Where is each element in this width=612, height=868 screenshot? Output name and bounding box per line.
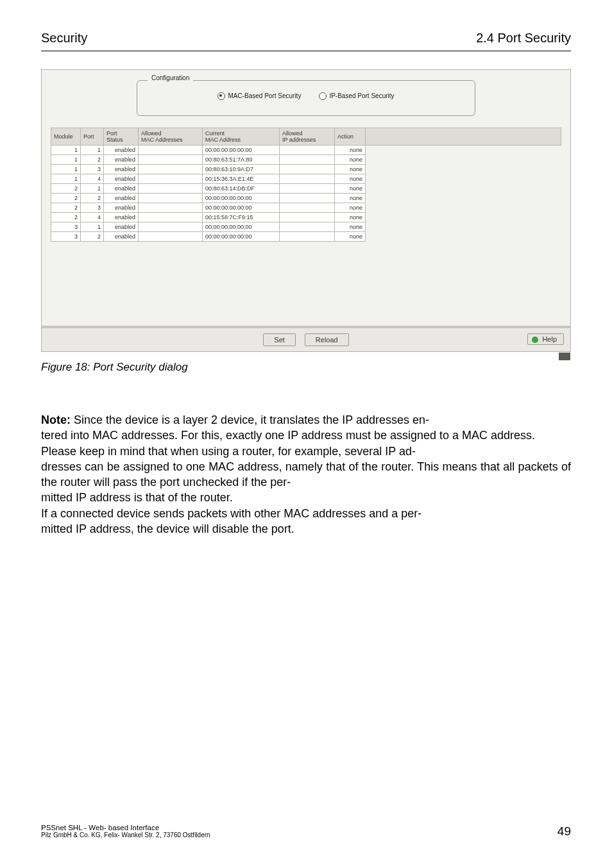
cell-allowed-mac <box>139 194 203 203</box>
cell-status: enabled <box>104 232 139 242</box>
cell-port: 2 <box>81 232 104 242</box>
cell-action: none <box>335 165 366 174</box>
cell-allowed-ip <box>280 155 335 165</box>
set-button[interactable]: Set <box>263 333 296 346</box>
table-row[interactable]: 14enabled00:15:36:3A:E1:4Enone <box>51 174 561 184</box>
table-row[interactable]: 21enabled00:80:63:14:DB:DFnone <box>51 184 561 194</box>
cell-port: 2 <box>81 194 104 203</box>
radio-ip-label: IP-Based Port Security <box>329 92 394 99</box>
port-table-wrap: Module Port Port Status Allowed MAC Addr… <box>51 128 561 242</box>
cell-spacer <box>366 222 561 232</box>
cell-allowed-mac <box>139 174 203 184</box>
cell-module: 1 <box>51 174 81 184</box>
cell-action: none <box>335 146 366 155</box>
cell-module: 1 <box>51 146 81 155</box>
cell-allowed-mac <box>139 213 203 222</box>
table-row[interactable]: 23enabled00:00:00:00:00:00none <box>51 203 561 213</box>
cell-current-mac: 00:00:00:00:00:00 <box>203 203 280 213</box>
port-security-dialog: Configuration MAC-Based Port Security IP… <box>41 69 571 326</box>
cell-spacer <box>366 146 561 155</box>
cell-status: enabled <box>104 184 139 194</box>
col-allowed-mac[interactable]: Allowed MAC Addresses <box>139 128 203 146</box>
cell-spacer <box>366 213 561 222</box>
cell-port: 1 <box>81 184 104 194</box>
header-rule <box>41 51 571 51</box>
table-row[interactable]: 22enabled00:00:00:00:00:00none <box>51 194 561 203</box>
col-spacer <box>366 128 561 146</box>
note-text: If a connected device sends packets with… <box>41 507 418 520</box>
radio-mac-based[interactable]: MAC-Based Port Security <box>217 92 301 100</box>
port-security-table: Module Port Port Status Allowed MAC Addr… <box>51 128 561 242</box>
cell-allowed-ip <box>280 174 335 184</box>
cell-current-mac: 00:00:00:00:00:00 <box>203 232 280 242</box>
cell-current-mac: 00:00:00:00:00:00 <box>203 194 280 203</box>
cell-allowed-mac <box>139 203 203 213</box>
table-row[interactable]: 32enabled00:00:00:00:00:00none <box>51 232 561 242</box>
dialog-button-bar: Set Reload Help <box>41 326 571 352</box>
cell-port: 1 <box>81 222 104 232</box>
table-row[interactable]: 12enabled00:80:63:51:7A:80none <box>51 155 561 165</box>
col-port[interactable]: Port <box>81 128 104 146</box>
cell-spacer <box>366 165 561 174</box>
cell-allowed-ip <box>280 146 335 155</box>
cell-status: enabled <box>104 203 139 213</box>
cell-port: 1 <box>81 146 104 155</box>
cell-allowed-ip <box>280 203 335 213</box>
cell-action: none <box>335 203 366 213</box>
cell-module: 2 <box>51 213 81 222</box>
help-button[interactable]: Help <box>527 333 564 345</box>
footer-line1: PSSnet SHL - Web- based Interface <box>41 824 210 831</box>
col-current-mac[interactable]: Current MAC Address <box>203 128 280 146</box>
col-port-status[interactable]: Port Status <box>104 128 139 146</box>
cell-action: none <box>335 232 366 242</box>
cell-spacer <box>366 155 561 165</box>
note-text: Please keep in mind that when using a ro… <box>41 445 412 458</box>
note-text: tered into MAC addresses. For this, exac… <box>41 429 535 442</box>
cell-action: none <box>335 213 366 222</box>
cell-allowed-ip <box>280 232 335 242</box>
table-row[interactable]: 11enabled00:00:00:00:00:00none <box>51 146 561 155</box>
page-footer: PSSnet SHL - Web- based Interface Pilz G… <box>41 824 571 839</box>
cell-module: 2 <box>51 184 81 194</box>
cell-action: none <box>335 194 366 203</box>
col-allowed-ip[interactable]: Allowed IP addresses <box>280 128 335 146</box>
configuration-legend: Configuration <box>148 74 193 81</box>
cell-allowed-ip <box>280 184 335 194</box>
cell-module: 2 <box>51 194 81 203</box>
col-module[interactable]: Module <box>51 128 81 146</box>
col-action[interactable]: Action <box>335 128 366 146</box>
cell-module: 1 <box>51 165 81 174</box>
radio-ip-based[interactable]: IP-Based Port Security <box>319 92 394 100</box>
table-row[interactable]: 24enabled00:15:58:7C:F9:15none <box>51 213 561 222</box>
note-label: Note: <box>41 413 71 426</box>
cell-allowed-mac <box>139 184 203 194</box>
cell-allowed-ip <box>280 213 335 222</box>
cell-status: enabled <box>104 155 139 165</box>
cell-current-mac: 00:00:00:00:00:00 <box>203 146 280 155</box>
table-row[interactable]: 31enabled00:00:00:00:00:00none <box>51 222 561 232</box>
cell-action: none <box>335 222 366 232</box>
cell-action: none <box>335 174 366 184</box>
cell-action: none <box>335 155 366 165</box>
cell-current-mac: 00:80:63:51:7A:80 <box>203 155 280 165</box>
note-text: mitted IP address is that of the router. <box>41 491 233 504</box>
cell-allowed-ip <box>280 194 335 203</box>
table-row[interactable]: 13enabled00:80:63:10:9A:D7none <box>51 165 561 174</box>
page-number: 49 <box>557 824 571 839</box>
cell-allowed-ip <box>280 165 335 174</box>
cell-port: 2 <box>81 155 104 165</box>
cell-allowed-mac <box>139 222 203 232</box>
cell-port: 3 <box>81 165 104 174</box>
cell-current-mac: 00:80:63:14:DB:DF <box>203 184 280 194</box>
cell-current-mac: 00:15:58:7C:F9:15 <box>203 213 280 222</box>
corner-badge <box>559 353 570 360</box>
reload-button[interactable]: Reload <box>305 333 349 346</box>
cell-allowed-ip <box>280 222 335 232</box>
cell-allowed-mac <box>139 165 203 174</box>
cell-current-mac: 00:00:00:00:00:00 <box>203 222 280 232</box>
cell-allowed-mac <box>139 146 203 155</box>
header-left: Security <box>41 31 87 46</box>
cell-allowed-mac <box>139 155 203 165</box>
header-right: 2.4 Port Security <box>476 31 571 46</box>
configuration-fieldset: Configuration MAC-Based Port Security IP… <box>137 80 475 116</box>
